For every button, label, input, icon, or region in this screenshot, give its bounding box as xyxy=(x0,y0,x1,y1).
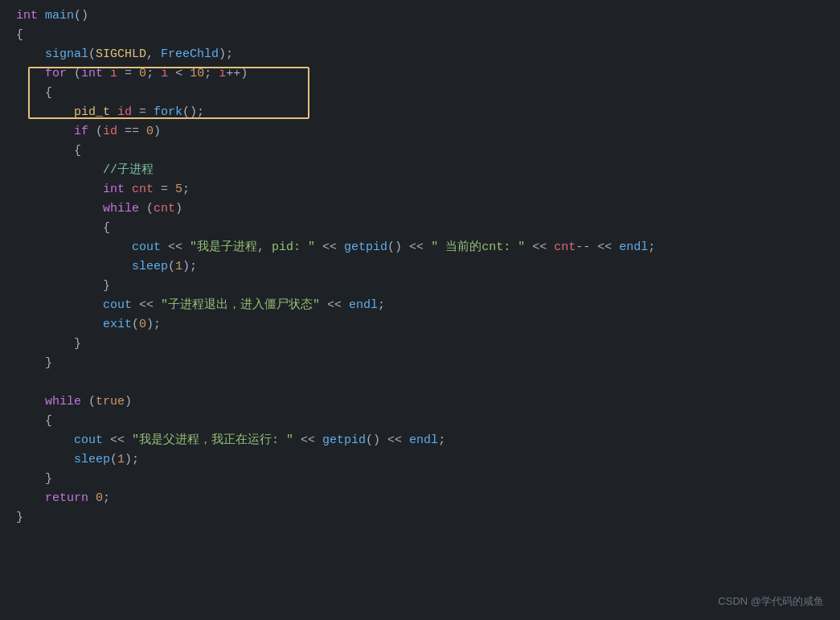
code-token: ( xyxy=(88,45,96,64)
code-line: int main() xyxy=(16,6,824,26)
code-line xyxy=(16,373,824,392)
code-token: ; xyxy=(378,296,385,315)
code-token: << xyxy=(132,296,161,315)
code-line: sleep(1); xyxy=(16,257,824,277)
code-token: -- << xyxy=(576,238,619,257)
code-token: ) xyxy=(175,199,182,219)
code-token: 0 xyxy=(96,489,103,508)
code-line: exit(0); xyxy=(16,315,824,335)
code-token xyxy=(38,6,45,26)
code-token: i xyxy=(161,64,168,84)
code-token: sleep xyxy=(74,450,110,470)
code-token: for xyxy=(45,64,67,84)
code-line: return 0; xyxy=(16,489,824,508)
code-token: } xyxy=(16,508,23,528)
code-token: ( xyxy=(67,64,81,84)
code-token: int xyxy=(103,180,125,199)
code-token: = xyxy=(132,103,154,122)
code-token: << xyxy=(293,431,322,450)
code-token xyxy=(16,45,45,64)
code-token xyxy=(16,257,132,277)
code-token: cout xyxy=(103,296,132,315)
code-token: } xyxy=(45,470,52,489)
code-token: "子进程退出，进入僵尸状态" xyxy=(161,296,320,315)
code-token: endl xyxy=(409,431,438,450)
code-token: , xyxy=(146,45,161,64)
code-token: = xyxy=(154,180,175,199)
code-token xyxy=(16,103,74,122)
code-token: ); xyxy=(146,315,161,335)
code-token: ) xyxy=(125,392,132,412)
code-token: () << xyxy=(366,431,409,450)
code-token: < xyxy=(168,64,190,84)
code-token: ); xyxy=(219,45,233,64)
code-line: cout << "我是父进程，我正在运行: " << getpid() << e… xyxy=(16,431,824,450)
code-line: } xyxy=(16,508,824,528)
code-token: () xyxy=(74,6,88,26)
code-token: i xyxy=(219,64,226,84)
code-token: 5 xyxy=(175,180,182,199)
code-token xyxy=(16,354,45,373)
code-token: ; xyxy=(103,489,110,508)
code-token: cnt xyxy=(554,238,576,257)
code-line: { xyxy=(16,26,824,45)
code-line: } xyxy=(16,277,824,296)
code-token: ); xyxy=(125,450,139,470)
code-token: getpid xyxy=(344,238,387,257)
code-token: ++) xyxy=(226,64,248,84)
code-token xyxy=(16,450,74,470)
code-token: main xyxy=(45,6,74,26)
code-token: cout xyxy=(132,238,161,257)
code-line: { xyxy=(16,219,824,238)
code-token: 10 xyxy=(190,64,204,84)
code-token: { xyxy=(45,412,52,431)
code-token: while xyxy=(103,199,139,219)
code-token: == xyxy=(117,122,146,142)
code-line: pid_t id = fork(); xyxy=(16,103,824,122)
code-token: } xyxy=(45,354,52,373)
code-token: () << xyxy=(387,238,431,257)
code-token xyxy=(103,64,110,84)
code-token: while xyxy=(45,392,81,412)
code-token: ; xyxy=(146,64,161,84)
code-token xyxy=(16,315,103,335)
code-token: if xyxy=(74,122,88,142)
code-token: { xyxy=(103,219,110,238)
code-token: signal xyxy=(45,45,88,64)
code-token xyxy=(16,199,103,219)
watermark: CSDN @学代码的咸鱼 xyxy=(718,593,824,610)
code-token: 0 xyxy=(139,315,146,335)
code-token: cnt xyxy=(154,199,175,219)
code-token xyxy=(16,219,103,238)
code-token xyxy=(16,161,103,180)
code-line: cout << "我是子进程, pid: " << getpid() << " … xyxy=(16,238,824,257)
code-line: { xyxy=(16,142,824,161)
code-token: i xyxy=(110,64,117,84)
code-line: while (true) xyxy=(16,392,824,412)
code-token: 1 xyxy=(175,257,182,277)
code-token: fork xyxy=(154,103,182,122)
code-token: cout xyxy=(74,431,103,450)
code-token xyxy=(16,180,103,199)
code-token xyxy=(16,122,74,142)
code-token: { xyxy=(45,84,52,103)
code-token: << xyxy=(315,238,344,257)
code-line: { xyxy=(16,412,824,431)
code-token: 0 xyxy=(146,122,154,142)
code-token: ) xyxy=(154,122,161,142)
code-token: pid_t xyxy=(74,103,110,122)
code-token: << xyxy=(103,431,132,450)
code-token xyxy=(110,103,117,122)
code-token: exit xyxy=(103,315,132,335)
code-token: id xyxy=(103,122,117,142)
code-token: { xyxy=(16,26,23,45)
code-token: << xyxy=(525,238,554,257)
code-token: endl xyxy=(349,296,378,315)
code-token: cnt xyxy=(132,180,154,199)
code-token xyxy=(16,470,45,489)
code-line: //子进程 xyxy=(16,161,824,180)
code-token xyxy=(16,335,74,354)
code-token xyxy=(88,489,96,508)
code-line: while (cnt) xyxy=(16,199,824,219)
code-token: ( xyxy=(81,392,96,412)
